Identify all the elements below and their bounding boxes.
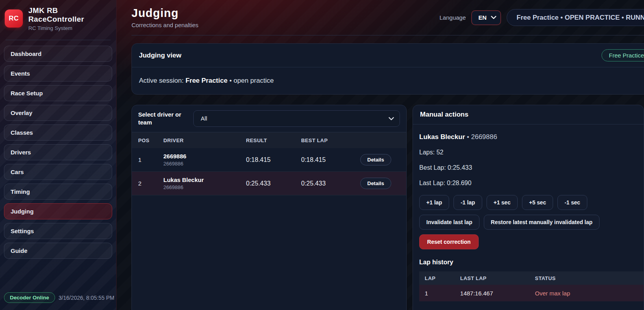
laps-count: Laps: 52 [419, 149, 637, 156]
plus-1-lap-button[interactable]: +1 lap [419, 195, 449, 210]
lap-number-cell: 1 [425, 290, 460, 297]
best-lap-info: Best Lap: 0:25.433 [419, 164, 637, 171]
session-status-pill: Free Practice • OPEN PRACTICE • RUNNING [507, 9, 644, 26]
app-root: RC JMK RB RaceController RC Timing Syste… [0, 0, 644, 310]
last-lap-info: Last Lap: 0:28.690 [419, 180, 637, 187]
driver-id: 2669886 [163, 184, 246, 190]
brand-subtitle: RC Timing System [28, 25, 84, 31]
brand: RC JMK RB RaceController RC Timing Syste… [0, 0, 116, 37]
decoder-status-badge: Decoder Online [4, 292, 55, 303]
pos-cell: 1 [138, 156, 163, 163]
best-lap-cell: 0:25.433 [301, 180, 360, 187]
plus-1-sec-button[interactable]: +1 sec [487, 195, 518, 210]
manual-actions-header: Manual actions [413, 105, 644, 124]
manual-actions-panel: Manual actions Lukas Bleckur • 2669886 L… [413, 105, 644, 310]
lap-status-cell: Over max lap [535, 290, 644, 297]
brand-title-line2: RaceController [28, 15, 84, 24]
pos-cell: 2 [138, 180, 163, 187]
language-select[interactable]: EN [471, 10, 501, 25]
table-row[interactable]: 1 2669886 2669886 0:18.415 0:18.415 Deta… [132, 148, 406, 172]
col-pos: POS [138, 137, 163, 143]
chevron-down-icon [389, 117, 394, 121]
page-subtitle: Corrections and penalties [131, 22, 198, 28]
lap-history-header: LAP LAST LAP STATUS [419, 271, 644, 285]
driver-filter-select[interactable]: All [193, 110, 400, 127]
topbar: Judging Corrections and penalties Langua… [131, 0, 644, 35]
plus-5-sec-button[interactable]: +5 sec [522, 195, 553, 210]
sidebar-item-cars[interactable]: Cars [4, 164, 112, 180]
sidebar-item-overlay[interactable]: Overlay [4, 105, 112, 121]
driver-name: 2669886 [163, 153, 246, 160]
last-lap-time-cell: 1487:16.467 [460, 290, 535, 297]
sidebar-nav: Dashboard Events Race Setup Overlay Clas… [0, 46, 116, 259]
result-cell: 0:18.415 [246, 156, 301, 163]
lap-history-title: Lap history [419, 259, 637, 266]
chevron-down-icon [491, 16, 496, 19]
free-practice-badge: Free Practice [601, 49, 644, 61]
lap-history-row: 1 1487:16.467 Over max lap [419, 285, 644, 301]
results-table: POS DRIVER RESULT BEST LAP 1 2669886 266… [132, 132, 406, 195]
driver-filter-bar: Select driver or team All [132, 105, 406, 132]
driver-cell: Lukas Bleckur 2669886 [163, 176, 246, 190]
judging-view-panel: Judging view Free Practice Active sessio… [131, 43, 644, 95]
selected-driver-id: 2669886 [471, 133, 497, 141]
topbar-right: Language EN Free Practice • OPEN PRACTIC… [440, 9, 644, 26]
reset-correction-button[interactable]: Reset correction [419, 234, 478, 249]
minus-1-sec-button[interactable]: -1 sec [557, 195, 587, 210]
app-logo-icon: RC [5, 9, 23, 28]
manual-actions-body: Lukas Bleckur • 2669886 Laps: 52 Best La… [413, 124, 644, 308]
sidebar-divider [6, 40, 111, 40]
driver-filter-value: All [201, 115, 207, 122]
sidebar-item-settings[interactable]: Settings [4, 223, 112, 239]
details-button[interactable]: Details [360, 178, 391, 189]
col-status: STATUS [535, 275, 644, 281]
col-lap: LAP [425, 275, 460, 281]
driver-results-panel: Select driver or team All POS DRIVER RES… [131, 105, 407, 310]
content-columns: Select driver or team All POS DRIVER RES… [131, 105, 644, 310]
active-session-prefix: Active session: [139, 77, 183, 84]
table-row[interactable]: 2 Lukas Bleckur 2669886 0:25.433 0:25.43… [132, 172, 406, 195]
judging-view-title: Judging view [139, 52, 181, 59]
active-session-suffix: • open practice [229, 77, 274, 84]
driver-cell: 2669886 2669886 [163, 153, 246, 167]
sidebar-item-timing[interactable]: Timing [4, 184, 112, 200]
best-lap-cell: 0:18.415 [301, 156, 360, 163]
invalidate-last-lap-button[interactable]: Invalidate last lap [419, 215, 479, 230]
sidebar-item-guide[interactable]: Guide [4, 243, 112, 259]
restore-invalidated-lap-button[interactable]: Restore latest manually invalidated lap [484, 215, 600, 230]
details-button[interactable]: Details [360, 154, 391, 165]
quick-correction-buttons: +1 lap -1 lap +1 sec +5 sec -1 sec [419, 195, 637, 210]
sidebar-item-judging[interactable]: Judging [4, 203, 112, 219]
active-session-line: Active session: Free Practice • open pra… [132, 67, 644, 94]
active-session-name: Free Practice [185, 77, 228, 84]
minus-1-lap-button[interactable]: -1 lap [453, 195, 482, 210]
sidebar-item-events[interactable]: Events [4, 65, 112, 82]
manual-actions-title: Manual actions [420, 111, 468, 119]
language-select-value: EN [478, 14, 487, 21]
selected-driver-line: Lukas Bleckur • 2669886 [419, 133, 637, 141]
brand-title-line1: JMK RB [28, 6, 84, 15]
col-driver: DRIVER [163, 137, 246, 143]
page-title: Judging [131, 7, 198, 20]
judging-view-header: Judging view Free Practice [132, 44, 644, 67]
result-cell: 0:25.433 [246, 180, 301, 187]
col-last-lap: LAST LAP [460, 275, 535, 281]
results-table-header: POS DRIVER RESULT BEST LAP [132, 132, 406, 148]
sidebar-footer: Decoder Online 3/16/2026, 8:05:55 PM [4, 292, 114, 303]
brand-title: JMK RB RaceController [28, 6, 84, 24]
sidebar-item-classes[interactable]: Classes [4, 124, 112, 141]
col-result: RESULT [246, 137, 301, 143]
page-head: Judging Corrections and penalties [131, 7, 198, 28]
driver-select-label: Select driver or team [138, 111, 185, 127]
main-content: Judging Corrections and penalties Langua… [117, 0, 644, 310]
driver-id: 2669886 [163, 161, 246, 167]
sidebar: RC JMK RB RaceController RC Timing Syste… [0, 0, 117, 310]
driver-name: Lukas Bleckur [163, 176, 246, 183]
sidebar-item-race-setup[interactable]: Race Setup [4, 85, 112, 101]
col-best-lap: BEST LAP [301, 137, 360, 143]
lap-validity-buttons: Invalidate last lap Restore latest manua… [419, 215, 637, 230]
sidebar-item-drivers[interactable]: Drivers [4, 144, 112, 160]
brand-text: JMK RB RaceController RC Timing System [28, 6, 84, 31]
sidebar-item-dashboard[interactable]: Dashboard [4, 46, 112, 62]
selected-driver-name: Lukas Bleckur [419, 133, 465, 141]
